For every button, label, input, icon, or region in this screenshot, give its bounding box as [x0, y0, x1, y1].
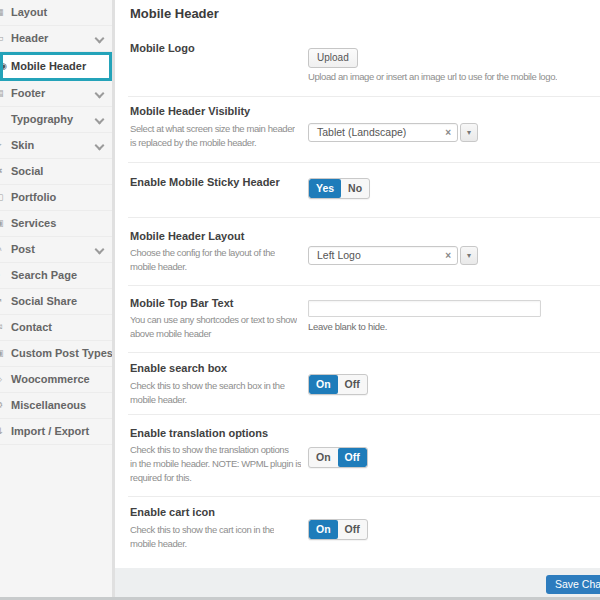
- mobile-header-visibility-select[interactable]: Tablet (Landscape) ×: [308, 123, 458, 142]
- import-export-icon: ⇅: [0, 419, 3, 444]
- divider: [128, 496, 600, 497]
- header-icon: ▭: [0, 26, 4, 51]
- mobile-header-visibility-description: Select at what screen size the main head…: [130, 122, 295, 150]
- sidebar-item-social-share[interactable]: ↗ Social Share: [0, 289, 112, 315]
- no-button[interactable]: No: [341, 179, 369, 198]
- off-button[interactable]: Off: [338, 448, 367, 467]
- yes-button[interactable]: Yes: [309, 179, 341, 198]
- sidebar-item-woocommerce[interactable]: ◇ Woocommerce: [0, 367, 112, 393]
- sidebar-item-label: Search Page: [11, 269, 77, 281]
- social-share-icon: ↗: [0, 289, 3, 314]
- select-dropdown-button[interactable]: ▾: [460, 123, 478, 142]
- divider: [128, 352, 600, 353]
- sidebar-item-portfolio[interactable]: ▢ Portfolio: [0, 185, 112, 211]
- chevron-down-icon: [95, 89, 105, 99]
- sidebar-item-label: Contact: [11, 321, 52, 333]
- sidebar-item-label: Footer: [11, 87, 45, 99]
- cart-icon-label: Enable cart icon: [130, 506, 215, 518]
- sidebar-item-label: Miscellaneous: [11, 399, 86, 411]
- sidebar-item-label: Layout: [11, 6, 47, 18]
- sidebar-item-label: Mobile Header: [11, 60, 86, 72]
- sidebar-item-social[interactable]: ✱ Social: [0, 159, 112, 185]
- search-box-toggle: On Off: [308, 374, 368, 395]
- sidebar-item-layout[interactable]: ▦ Layout: [0, 0, 112, 26]
- post-icon: ✎: [0, 237, 3, 262]
- clear-selection-icon[interactable]: ×: [445, 247, 451, 264]
- sidebar-item-label: Portfolio: [11, 191, 56, 203]
- off-button[interactable]: Off: [338, 375, 367, 394]
- select-dropdown-button[interactable]: ▾: [460, 246, 478, 265]
- on-button[interactable]: On: [309, 520, 338, 539]
- sidebar-item-label: Skin: [11, 139, 34, 151]
- top-bar-text-input[interactable]: [308, 300, 541, 317]
- cart-icon-description: Check this to show the cart icon in the …: [130, 523, 274, 551]
- portfolio-icon: ▢: [0, 185, 4, 210]
- sidebar-item-mobile-header[interactable]: ◉ Mobile Header: [0, 52, 112, 81]
- search-box-label: Enable search box: [130, 362, 227, 374]
- sidebar-item-search-page[interactable]: ● Search Page: [0, 263, 112, 289]
- settings-footer-bar: Save Changes: [115, 568, 600, 597]
- settings-sidebar: ▦ Layout ▭ Header ◉ Mobile Header ▤ Foot…: [0, 0, 115, 597]
- mobile-logo-description: Upload an image or insert an image url t…: [308, 70, 557, 84]
- mobile-header-layout-select[interactable]: Left Logo ×: [308, 246, 458, 265]
- sidebar-item-custom-post-types[interactable]: ▣ Custom Post Types: [0, 341, 112, 367]
- clear-selection-icon[interactable]: ×: [445, 124, 451, 141]
- mobile-logo-label: Mobile Logo: [130, 42, 195, 54]
- chevron-down-icon: [95, 34, 105, 44]
- mobile-header-visibility-label: Mobile Header Visiblity: [130, 105, 250, 117]
- sidebar-item-label: Typography: [11, 113, 73, 125]
- sticky-header-label: Enable Mobile Sticky Header: [130, 176, 280, 188]
- sidebar-item-label: Social: [11, 165, 43, 177]
- mobile-header-icon: ◉: [0, 55, 7, 78]
- chevron-down-icon: [95, 115, 105, 125]
- mobile-header-layout-label: Mobile Header Layout: [130, 230, 244, 242]
- top-bar-text-label: Mobile Top Bar Text: [130, 297, 234, 309]
- caret-down-icon: ▾: [467, 128, 471, 137]
- sidebar-item-services[interactable]: ▣ Services: [0, 211, 112, 237]
- sidebar-item-label: Post: [11, 243, 35, 255]
- translation-options-description: Check this to show the translation optio…: [130, 443, 301, 485]
- sidebar-item-label: Header: [11, 32, 48, 44]
- custom-post-types-icon: ▣: [0, 341, 4, 366]
- sidebar-item-header[interactable]: ▭ Header: [0, 26, 112, 52]
- sidebar-item-label: Import / Export: [11, 425, 89, 437]
- off-button[interactable]: Off: [338, 520, 367, 539]
- caret-down-icon: ▾: [467, 251, 471, 260]
- sidebar-item-miscellaneous[interactable]: ⚙ Miscellaneous: [0, 393, 112, 419]
- sidebar-item-import-export[interactable]: ⇅ Import / Export: [0, 419, 112, 445]
- chevron-down-icon: [95, 141, 105, 151]
- mobile-header-layout-description: Choose the config for the layout of the …: [130, 246, 275, 274]
- cart-icon-toggle: On Off: [308, 519, 368, 540]
- divider: [128, 96, 600, 97]
- sidebar-item-label: Woocommerce: [11, 373, 90, 385]
- on-button[interactable]: On: [309, 448, 338, 467]
- social-icon: ✱: [0, 159, 3, 184]
- sidebar-item-label: Social Share: [11, 295, 77, 307]
- services-icon: ▣: [0, 211, 4, 236]
- upload-button[interactable]: Upload: [308, 48, 358, 68]
- sticky-header-toggle: Yes No: [308, 178, 370, 199]
- divider: [128, 162, 600, 163]
- sidebar-item-label: Custom Post Types: [11, 347, 112, 359]
- divider: [128, 414, 600, 415]
- on-button[interactable]: On: [309, 375, 338, 394]
- divider: [128, 285, 600, 286]
- footer-icon: ▤: [0, 81, 4, 106]
- translation-options-label: Enable translation options: [130, 427, 268, 439]
- save-changes-button[interactable]: Save Changes: [546, 575, 600, 594]
- sidebar-item-label: Services: [11, 217, 56, 229]
- sidebar-item-post[interactable]: ✎ Post: [0, 237, 112, 263]
- sidebar-item-skin[interactable]: ✦ Skin: [0, 133, 112, 159]
- page-title: Mobile Header: [130, 6, 219, 21]
- select-value: Tablet (Landscape): [317, 124, 406, 141]
- miscellaneous-icon: ⚙: [0, 393, 3, 418]
- sidebar-item-footer[interactable]: ▤ Footer: [0, 81, 112, 107]
- top-bar-text-description: You can use any shortcodes or text to sh…: [130, 313, 297, 341]
- sidebar-item-typography[interactable]: ¶ Typography: [0, 107, 112, 133]
- top-bar-text-note: Leave blank to hide.: [308, 321, 387, 332]
- sidebar-item-contact[interactable]: ✉ Contact: [0, 315, 112, 341]
- translation-options-toggle: On Off: [308, 447, 368, 468]
- layout-icon: ▦: [0, 0, 4, 25]
- settings-panel: Mobile Header Mobile Logo Upload Upload …: [115, 0, 600, 568]
- search-box-description: Check this to show the search box in the…: [130, 379, 285, 407]
